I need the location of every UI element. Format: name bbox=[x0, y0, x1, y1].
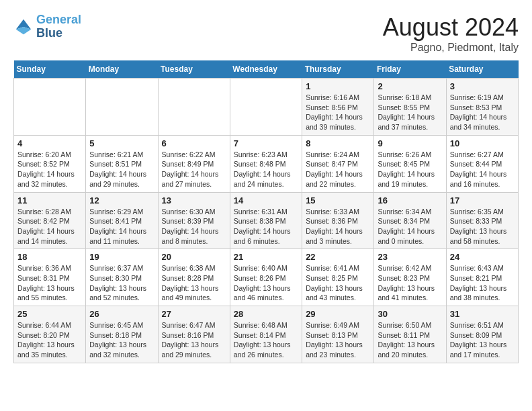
calendar-cell bbox=[86, 79, 158, 136]
day-info: Sunrise: 6:31 AMSunset: 8:38 PMDaylight:… bbox=[234, 207, 298, 246]
calendar-cell: 18Sunrise: 6:36 AMSunset: 8:31 PMDayligh… bbox=[14, 249, 86, 306]
calendar-cell: 7Sunrise: 6:23 AMSunset: 8:48 PMDaylight… bbox=[230, 135, 302, 192]
day-number: 13 bbox=[162, 195, 226, 205]
calendar-cell: 23Sunrise: 6:42 AMSunset: 8:23 PMDayligh… bbox=[374, 249, 446, 306]
day-number: 10 bbox=[450, 138, 515, 148]
calendar-cell bbox=[230, 79, 302, 136]
day-info: Sunrise: 6:21 AMSunset: 8:51 PMDaylight:… bbox=[89, 150, 154, 189]
day-info: Sunrise: 6:36 AMSunset: 8:31 PMDaylight:… bbox=[17, 263, 82, 303]
day-number: 7 bbox=[234, 138, 298, 148]
day-info: Sunrise: 6:16 AMSunset: 8:56 PMDaylight:… bbox=[306, 93, 370, 132]
calendar-cell: 29Sunrise: 6:49 AMSunset: 8:13 PMDayligh… bbox=[302, 306, 374, 363]
calendar-week-3: 11Sunrise: 6:28 AMSunset: 8:42 PMDayligh… bbox=[14, 192, 519, 249]
day-info: Sunrise: 6:44 AMSunset: 8:20 PMDaylight:… bbox=[17, 320, 82, 360]
day-number: 8 bbox=[306, 138, 370, 148]
day-info: Sunrise: 6:23 AMSunset: 8:48 PMDaylight:… bbox=[234, 150, 298, 189]
calendar-week-2: 4Sunrise: 6:20 AMSunset: 8:52 PMDaylight… bbox=[14, 135, 519, 192]
calendar-week-1: 1Sunrise: 6:16 AMSunset: 8:56 PMDaylight… bbox=[14, 79, 519, 136]
calendar-cell: 14Sunrise: 6:31 AMSunset: 8:38 PMDayligh… bbox=[230, 192, 302, 249]
day-number: 16 bbox=[378, 195, 442, 205]
day-number: 15 bbox=[306, 195, 370, 205]
calendar-cell: 31Sunrise: 6:51 AMSunset: 8:09 PMDayligh… bbox=[446, 306, 518, 363]
day-number: 3 bbox=[450, 81, 515, 91]
day-info: Sunrise: 6:37 AMSunset: 8:30 PMDaylight:… bbox=[89, 263, 154, 303]
day-info: Sunrise: 6:51 AMSunset: 8:09 PMDaylight:… bbox=[450, 320, 515, 360]
calendar-cell: 6Sunrise: 6:22 AMSunset: 8:49 PMDaylight… bbox=[158, 135, 230, 192]
calendar-cell: 22Sunrise: 6:41 AMSunset: 8:25 PMDayligh… bbox=[302, 249, 374, 306]
day-number: 28 bbox=[234, 309, 298, 319]
day-number: 30 bbox=[378, 309, 442, 319]
day-info: Sunrise: 6:28 AMSunset: 8:42 PMDaylight:… bbox=[17, 207, 82, 246]
day-number: 18 bbox=[17, 252, 82, 262]
calendar-cell: 16Sunrise: 6:34 AMSunset: 8:34 PMDayligh… bbox=[374, 192, 446, 249]
day-info: Sunrise: 6:22 AMSunset: 8:49 PMDaylight:… bbox=[162, 150, 226, 189]
calendar-cell bbox=[158, 79, 230, 136]
day-number: 22 bbox=[306, 252, 370, 262]
day-number: 11 bbox=[17, 195, 82, 205]
calendar-header-wednesday: Wednesday bbox=[230, 60, 302, 79]
calendar-cell: 30Sunrise: 6:50 AMSunset: 8:11 PMDayligh… bbox=[374, 306, 446, 363]
logo: General Blue bbox=[13, 13, 81, 40]
day-info: Sunrise: 6:40 AMSunset: 8:26 PMDaylight:… bbox=[234, 263, 298, 303]
day-info: Sunrise: 6:24 AMSunset: 8:47 PMDaylight:… bbox=[306, 150, 370, 189]
day-number: 25 bbox=[17, 309, 82, 319]
calendar-cell: 11Sunrise: 6:28 AMSunset: 8:42 PMDayligh… bbox=[14, 192, 86, 249]
day-info: Sunrise: 6:38 AMSunset: 8:28 PMDaylight:… bbox=[162, 263, 226, 303]
day-number: 4 bbox=[17, 138, 82, 148]
day-number: 24 bbox=[450, 252, 515, 262]
day-number: 2 bbox=[378, 81, 442, 91]
day-info: Sunrise: 6:50 AMSunset: 8:11 PMDaylight:… bbox=[378, 320, 442, 360]
day-info: Sunrise: 6:33 AMSunset: 8:36 PMDaylight:… bbox=[306, 207, 370, 246]
calendar-cell: 25Sunrise: 6:44 AMSunset: 8:20 PMDayligh… bbox=[14, 306, 86, 363]
calendar-cell: 10Sunrise: 6:27 AMSunset: 8:44 PMDayligh… bbox=[446, 135, 518, 192]
day-number: 29 bbox=[306, 309, 370, 319]
calendar-cell: 1Sunrise: 6:16 AMSunset: 8:56 PMDaylight… bbox=[302, 79, 374, 136]
day-info: Sunrise: 6:42 AMSunset: 8:23 PMDaylight:… bbox=[378, 263, 442, 303]
calendar-header-saturday: Saturday bbox=[446, 60, 518, 79]
day-info: Sunrise: 6:47 AMSunset: 8:16 PMDaylight:… bbox=[162, 320, 226, 360]
calendar-cell: 13Sunrise: 6:30 AMSunset: 8:39 PMDayligh… bbox=[158, 192, 230, 249]
calendar-cell: 20Sunrise: 6:38 AMSunset: 8:28 PMDayligh… bbox=[158, 249, 230, 306]
day-number: 23 bbox=[378, 252, 442, 262]
day-info: Sunrise: 6:49 AMSunset: 8:13 PMDaylight:… bbox=[306, 320, 370, 360]
calendar-header-thursday: Thursday bbox=[302, 60, 374, 79]
day-info: Sunrise: 6:48 AMSunset: 8:14 PMDaylight:… bbox=[234, 320, 298, 360]
day-number: 21 bbox=[234, 252, 298, 262]
day-number: 26 bbox=[89, 309, 154, 319]
day-info: Sunrise: 6:19 AMSunset: 8:53 PMDaylight:… bbox=[450, 93, 515, 132]
day-info: Sunrise: 6:34 AMSunset: 8:34 PMDaylight:… bbox=[378, 207, 442, 246]
day-info: Sunrise: 6:18 AMSunset: 8:55 PMDaylight:… bbox=[378, 93, 442, 132]
day-number: 17 bbox=[450, 195, 515, 205]
calendar-cell: 5Sunrise: 6:21 AMSunset: 8:51 PMDaylight… bbox=[86, 135, 158, 192]
day-number: 14 bbox=[234, 195, 298, 205]
page-title: August 2024 bbox=[383, 13, 519, 42]
calendar-header-tuesday: Tuesday bbox=[158, 60, 230, 79]
calendar-cell: 21Sunrise: 6:40 AMSunset: 8:26 PMDayligh… bbox=[230, 249, 302, 306]
calendar-cell: 3Sunrise: 6:19 AMSunset: 8:53 PMDaylight… bbox=[446, 79, 518, 136]
day-number: 1 bbox=[306, 81, 370, 91]
day-info: Sunrise: 6:20 AMSunset: 8:52 PMDaylight:… bbox=[17, 150, 82, 189]
day-info: Sunrise: 6:45 AMSunset: 8:18 PMDaylight:… bbox=[89, 320, 154, 360]
calendar-cell: 19Sunrise: 6:37 AMSunset: 8:30 PMDayligh… bbox=[86, 249, 158, 306]
calendar-header-friday: Friday bbox=[374, 60, 446, 79]
calendar-cell bbox=[14, 79, 86, 136]
day-number: 9 bbox=[378, 138, 442, 148]
logo-text: General Blue bbox=[36, 13, 81, 40]
title-block: August 2024 Pagno, Piedmont, Italy bbox=[383, 13, 519, 54]
calendar-cell: 2Sunrise: 6:18 AMSunset: 8:55 PMDaylight… bbox=[374, 79, 446, 136]
calendar-cell: 9Sunrise: 6:26 AMSunset: 8:45 PMDaylight… bbox=[374, 135, 446, 192]
day-info: Sunrise: 6:35 AMSunset: 8:33 PMDaylight:… bbox=[450, 207, 515, 246]
day-info: Sunrise: 6:30 AMSunset: 8:39 PMDaylight:… bbox=[162, 207, 226, 246]
day-number: 12 bbox=[89, 195, 154, 205]
calendar-header-sunday: Sunday bbox=[14, 60, 86, 79]
day-info: Sunrise: 6:41 AMSunset: 8:25 PMDaylight:… bbox=[306, 263, 370, 303]
page-subtitle: Pagno, Piedmont, Italy bbox=[383, 42, 519, 54]
day-info: Sunrise: 6:27 AMSunset: 8:44 PMDaylight:… bbox=[450, 150, 515, 189]
calendar-table: SundayMondayTuesdayWednesdayThursdayFrid… bbox=[13, 60, 519, 363]
calendar-header-monday: Monday bbox=[86, 60, 158, 79]
day-number: 5 bbox=[89, 138, 154, 148]
calendar-week-4: 18Sunrise: 6:36 AMSunset: 8:31 PMDayligh… bbox=[14, 249, 519, 306]
day-info: Sunrise: 6:43 AMSunset: 8:21 PMDaylight:… bbox=[450, 263, 515, 303]
calendar-week-5: 25Sunrise: 6:44 AMSunset: 8:20 PMDayligh… bbox=[14, 306, 519, 363]
calendar-cell: 17Sunrise: 6:35 AMSunset: 8:33 PMDayligh… bbox=[446, 192, 518, 249]
